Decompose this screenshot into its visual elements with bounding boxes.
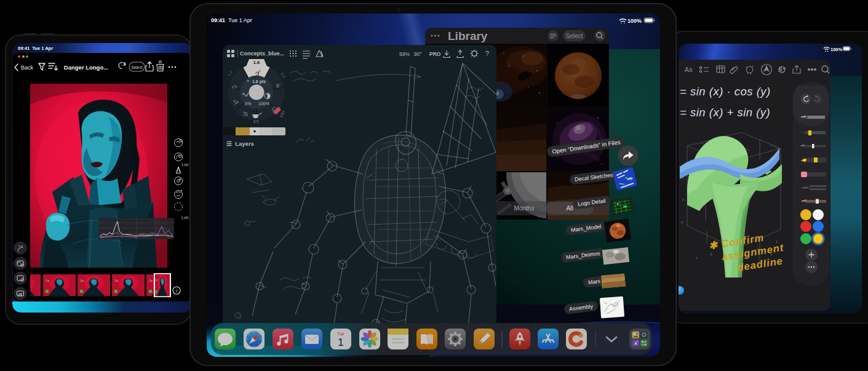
svg-text:Select: Select xyxy=(131,65,142,70)
svg-text:-1: -1 xyxy=(680,220,683,224)
svg-text:0: 0 xyxy=(682,198,684,202)
svg-text:100%: 100% xyxy=(627,18,642,24)
svg-text:x: x xyxy=(696,256,698,260)
svg-text:Aa: Aa xyxy=(685,66,693,73)
svg-text:i: i xyxy=(176,288,177,293)
svg-text:0.0: 0.0 xyxy=(101,236,104,239)
svg-text:100%: 100% xyxy=(830,47,843,52)
svg-text:0.5: 0.5 xyxy=(134,236,137,239)
svg-text:= sin (x) · cos (y): = sin (x) · cos (y) xyxy=(680,85,771,98)
svg-text:Back: Back xyxy=(21,65,34,71)
svg-text:AKA: AKA xyxy=(18,294,22,297)
svg-text:= sin (x) + sin (y): = sin (x) + sin (y) xyxy=(680,106,770,119)
svg-text:Danger Longo...: Danger Longo... xyxy=(64,64,108,71)
svg-text:1.0: 1.0 xyxy=(167,236,170,239)
